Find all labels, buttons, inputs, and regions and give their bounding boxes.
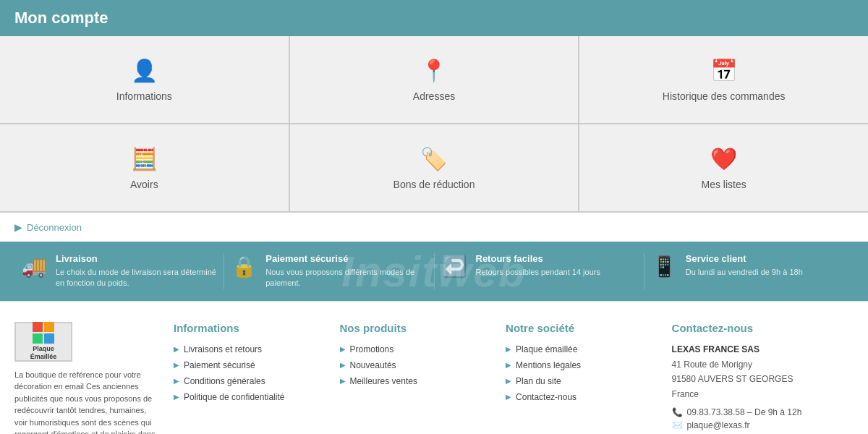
arrow-icon: ▶ bbox=[506, 345, 511, 353]
contact-company: LEXAS FRANCE SAS bbox=[672, 344, 854, 354]
account-grid: 👤 Informations 📍 Adresses 📅 Historique d… bbox=[0, 36, 868, 213]
deconnexion-label: Déconnexion bbox=[27, 222, 82, 233]
email-icon: ✉️ bbox=[672, 420, 683, 430]
link-promotions[interactable]: ▶ Promotions bbox=[340, 344, 492, 354]
tile-bons-label: Bons de réduction bbox=[393, 179, 475, 190]
feature-livraison-desc: Le choix du mode de livraison sera déter… bbox=[56, 267, 216, 289]
tile-historique-label: Historique des commandes bbox=[663, 90, 786, 102]
footer-brand: PlaqueÉmaillée La boutique de référence … bbox=[14, 322, 159, 434]
link-nouveautes[interactable]: ▶ Nouveautés bbox=[340, 360, 492, 370]
link-paiement[interactable]: ▶ Paiement sécurisé bbox=[174, 360, 326, 370]
deconnexion-arrow-icon: ▶ bbox=[14, 221, 22, 233]
footer-col-produits: Nos produits ▶ Promotions ▶ Nouveautés ▶… bbox=[340, 322, 492, 434]
feature-livraison: 🚚 Livraison Le choix du mode de livraiso… bbox=[14, 253, 224, 289]
link-meilleures-ventes[interactable]: ▶ Meilleures ventes bbox=[340, 376, 492, 386]
link-plan[interactable]: ▶ Plan du site bbox=[506, 376, 658, 386]
arrow-icon: ▶ bbox=[506, 377, 511, 385]
feature-retours: ↩️ Retours faciles Retours possibles pen… bbox=[434, 253, 644, 289]
phone-icon: 📱 bbox=[652, 255, 677, 278]
arrow-icon: ▶ bbox=[506, 361, 511, 369]
tile-listes-label: Mes listes bbox=[702, 179, 746, 190]
feature-service-title: Service client bbox=[686, 253, 803, 264]
contact-email: ✉️ plaque@lexas.fr bbox=[672, 420, 854, 430]
feature-retours-desc: Retours possibles pendant 14 jours bbox=[476, 267, 600, 278]
link-conditions[interactable]: ▶ Conditions générales bbox=[174, 376, 326, 386]
footer-societe-list: ▶ Plaque émaillée ▶ Mentions légales ▶ P… bbox=[506, 344, 658, 402]
link-plaque[interactable]: ▶ Plaque émaillée bbox=[506, 344, 658, 354]
phone-icon: 📞 bbox=[672, 407, 683, 417]
tile-historique[interactable]: 📅 Historique des commandes bbox=[579, 36, 868, 123]
features-bar: Insitweb 🚚 Livraison Le choix du mode de… bbox=[0, 242, 868, 301]
feature-paiement-title: Paiement sécurisé bbox=[265, 253, 426, 264]
person-icon: 👤 bbox=[131, 58, 158, 83]
contact-address: 41 Route de Morigny91580 AUVERS ST GEORG… bbox=[672, 357, 854, 401]
tag-icon: 🏷️ bbox=[420, 146, 447, 171]
page-header: Mon compte bbox=[0, 0, 868, 36]
arrow-icon: ▶ bbox=[174, 393, 179, 401]
contact-phone: 📞 09.83.73.38.58 – De 9h à 12h bbox=[672, 407, 854, 417]
arrow-icon: ▶ bbox=[340, 377, 346, 385]
return-icon: ↩️ bbox=[442, 255, 467, 278]
feature-retours-title: Retours faciles bbox=[476, 253, 600, 264]
arrow-icon: ▶ bbox=[506, 393, 511, 401]
contact-email-address: plaque@lexas.fr bbox=[687, 420, 750, 430]
footer-produits-list: ▶ Promotions ▶ Nouveautés ▶ Meilleures v… bbox=[340, 344, 492, 386]
brand-logo: PlaqueÉmaillée bbox=[14, 322, 72, 362]
tile-listes[interactable]: ❤️ Mes listes bbox=[579, 124, 868, 211]
tile-avoirs-label: Avoirs bbox=[130, 179, 158, 190]
footer-societe-title: Notre société bbox=[506, 322, 658, 334]
arrow-icon: ▶ bbox=[174, 361, 179, 369]
arrow-icon: ▶ bbox=[340, 345, 346, 353]
feature-livraison-title: Livraison bbox=[56, 253, 216, 264]
page-title: Mon compte bbox=[14, 9, 109, 27]
footer-informations-list: ▶ Livraisons et retours ▶ Paiement sécur… bbox=[174, 344, 326, 402]
footer-col-societe: Notre société ▶ Plaque émaillée ▶ Mentio… bbox=[506, 322, 658, 434]
tile-informations-label: Informations bbox=[116, 90, 172, 102]
feature-paiement-desc: Nous vous proposons différents modes de … bbox=[265, 267, 426, 289]
calendar-icon: 📅 bbox=[710, 58, 737, 83]
tile-informations[interactable]: 👤 Informations bbox=[0, 36, 289, 123]
truck-icon: 🚚 bbox=[22, 255, 47, 278]
footer-col-contact: Contactez-nous LEXAS FRANCE SAS 41 Route… bbox=[672, 322, 854, 434]
footer-col-informations: Informations ▶ Livraisons et retours ▶ P… bbox=[174, 322, 326, 434]
lock-icon: 🔒 bbox=[231, 255, 257, 278]
tile-bons[interactable]: 🏷️ Bons de réduction bbox=[290, 124, 579, 211]
footer: PlaqueÉmaillée La boutique de référence … bbox=[0, 301, 868, 434]
footer-contact-title: Contactez-nous bbox=[672, 322, 854, 334]
arrow-icon: ▶ bbox=[174, 345, 179, 353]
link-livraisons[interactable]: ▶ Livraisons et retours bbox=[174, 344, 326, 354]
calculator-icon: 🧮 bbox=[131, 146, 158, 171]
location-icon: 📍 bbox=[420, 58, 447, 83]
feature-service: 📱 Service client Du lundi au vendredi de… bbox=[644, 253, 854, 289]
feature-service-desc: Du lundi au vendredi de 9h à 18h bbox=[686, 267, 803, 278]
arrow-icon: ▶ bbox=[174, 377, 179, 385]
footer-produits-title: Nos produits bbox=[340, 322, 492, 334]
link-politique[interactable]: ▶ Politique de confidentialité bbox=[174, 392, 326, 402]
brand-description: La boutique de référence pour votre déco… bbox=[14, 369, 159, 434]
link-contact[interactable]: ▶ Contactez-nous bbox=[506, 392, 658, 402]
heart-icon: ❤️ bbox=[710, 146, 737, 171]
deconnexion-row[interactable]: ▶ Déconnexion bbox=[0, 213, 868, 242]
arrow-icon: ▶ bbox=[340, 361, 346, 369]
feature-paiement: 🔒 Paiement sécurisé Nous vous proposons … bbox=[224, 253, 433, 289]
tile-adresses[interactable]: 📍 Adresses bbox=[290, 36, 579, 123]
link-mentions[interactable]: ▶ Mentions légales bbox=[506, 360, 658, 370]
footer-informations-title: Informations bbox=[174, 322, 326, 334]
tile-adresses-label: Adresses bbox=[413, 90, 455, 102]
contact-phone-number: 09.83.73.38.58 – De 9h à 12h bbox=[687, 407, 802, 417]
tile-avoirs[interactable]: 🧮 Avoirs bbox=[0, 124, 289, 211]
